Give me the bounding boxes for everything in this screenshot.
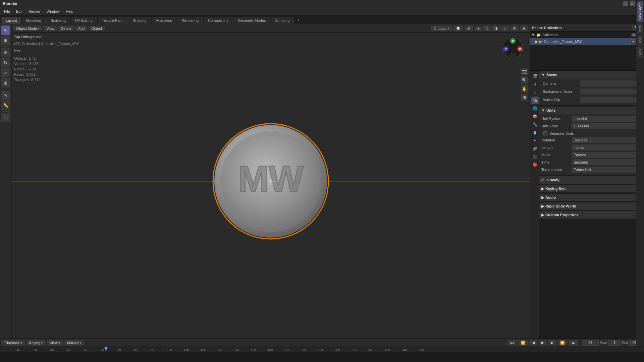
prop-icon-scene[interactable]: 🎭 [531,97,539,104]
tab-geometry-nodes[interactable]: Geometry Nodes [233,17,270,24]
next-keyframe-btn[interactable]: ▶ [548,340,556,346]
prop-icon-view-layer[interactable]: ⬡ [531,88,539,96]
start-frame-field[interactable]: 1 [608,340,621,346]
playhead[interactable] [106,347,106,362]
prop-icon-material[interactable]: 🔴 [531,161,539,168]
timeline-ruler[interactable]: 0 10 20 30 40 50 60 70 80 90 100 110 120… [0,347,644,362]
temperature-value[interactable]: Fahrenheit ▾ [572,167,642,173]
current-frame-field[interactable]: 63 [582,340,599,346]
marker-menu[interactable]: Marker ▾ [64,340,84,346]
gravity-checkbox[interactable] [541,178,545,182]
camera-view-icon[interactable]: 📷 [521,68,528,75]
tool-select[interactable]: ↖ [1,25,10,35]
xray-btn[interactable]: ◈ [520,25,528,31]
rigid-body-world-header[interactable]: ▶ Rigid Body World [539,202,644,210]
time-value[interactable]: Seconds ▾ [572,159,642,165]
prop-icon-world[interactable]: 🌐 [531,105,539,112]
add-menu[interactable]: Add [75,26,88,31]
add-workspace-button[interactable]: + [294,16,303,24]
vl-tab-view-layer[interactable]: View Layer [637,1,643,22]
prop-icon-data[interactable]: ⬛ [531,153,539,160]
pan-icon[interactable]: ✋ [521,85,528,93]
tab-texture-paint[interactable]: Texture Paint [98,17,128,24]
viewport-canvas[interactable]: MW MW [11,24,530,339]
snap-btn[interactable]: 🔲 [453,25,463,31]
select-menu[interactable]: Select [58,26,74,31]
maximize-button[interactable]: □ [630,1,635,6]
outliner-object[interactable]: ▶ ▶ Controller_Topper_MW 👁 📷 [530,38,644,45]
audio-header[interactable]: ▶ Audio [539,194,644,201]
tool-add-cube[interactable]: ⬛ [1,113,10,122]
active-clip-value[interactable] [580,97,634,103]
tool-annotate[interactable]: ✎ [1,90,10,100]
prop-icon-constraints[interactable]: 🔗 [531,145,539,152]
view-menu-timeline[interactable]: View ▾ [47,340,63,346]
playback-menu[interactable]: Playback ▾ [2,340,25,346]
next-frame-btn[interactable]: ⏩ [557,340,568,346]
tab-scripting[interactable]: Scripting [271,17,294,24]
minimize-button[interactable]: — [623,1,628,6]
tab-shading[interactable]: Shading [128,17,151,24]
menu-help[interactable]: Help [63,9,76,14]
prop-icon-physics[interactable]: ✦ [531,137,539,144]
menu-window[interactable]: Window [44,9,62,14]
tab-layout[interactable]: Layout [1,17,21,24]
view-local[interactable]: ⊙ Local ▾ [431,25,451,31]
viewport[interactable]: Object Mode ▾ View Select Add Object ⊙ L… [11,24,530,339]
keying-sets-header[interactable]: ▶ Keying Sets [539,185,644,192]
prop-icon-render[interactable]: 🎬 [531,72,539,80]
rotation-value[interactable]: Degrees ▾ [572,137,642,143]
tool-move[interactable]: ✛ [1,48,10,57]
tab-rendering[interactable]: Rendering [177,17,203,24]
tab-modeling[interactable]: Modeling [22,17,46,24]
vl-tab-item[interactable]: Item [637,23,643,34]
shading-render[interactable]: ○ [501,26,509,31]
camera-value[interactable] [580,80,634,86]
play-btn[interactable]: ▶ [539,340,547,346]
mass-value[interactable]: Pounds ▾ [572,152,642,158]
object-menu[interactable]: Object [89,26,105,31]
proportional-btn[interactable]: ◎ [465,25,473,31]
tool-measure[interactable]: 📏 [1,101,10,110]
vl-tab-view[interactable]: View [637,47,643,58]
jump-start-btn[interactable]: ⏮ [507,340,517,346]
tab-uv-editing[interactable]: UV Editing [71,17,97,24]
separate-units-checkbox[interactable] [543,131,547,135]
unit-system-value[interactable]: Imperial ▾ [572,116,642,122]
tab-compositing[interactable]: Compositing [204,17,233,24]
tab-sculpting[interactable]: Sculpting [46,17,70,24]
tool-scale[interactable]: ⤢ [1,68,10,77]
menu-edit[interactable]: Edit [13,9,25,14]
shading-material[interactable]: ◑ [492,25,500,31]
prop-icon-object[interactable]: 📦 [531,113,539,120]
menu-render[interactable]: Render [26,9,43,14]
shading-solid[interactable]: ● [475,26,482,31]
view-menu[interactable]: View [44,26,57,31]
overlay-btn[interactable]: ⊙ [510,25,519,31]
tool-rotate[interactable]: ↻ [1,58,10,67]
prop-icon-modifiers[interactable]: 🔧 [531,121,539,128]
menu-file[interactable]: File [1,9,13,14]
zoom-in-icon[interactable]: 🔍 [521,76,528,84]
shading-wire[interactable]: ◻ [483,25,491,31]
jump-end-btn[interactable]: ⏭ [569,340,578,346]
bg-scene-value[interactable] [580,88,634,95]
gravity-panel-header[interactable]: Gravity [539,176,644,184]
keying-menu[interactable]: Keying ▾ [26,340,46,346]
units-panel-header[interactable]: ▼ Units [539,107,644,114]
scene-panel-header[interactable]: ▼ Scene [539,71,644,78]
grid-icon[interactable]: ⊞ [521,94,528,101]
vl-tab-tool[interactable]: Tool [637,35,643,45]
tool-cursor[interactable]: ⊕ [1,36,10,45]
custom-properties-header[interactable]: ▶ Custom Properties [539,211,644,219]
length-value[interactable]: Inches ▾ [572,144,642,150]
tab-animation[interactable]: Animation [152,17,177,24]
mode-selector[interactable]: Object Mode ▾ [13,26,42,31]
prev-keyframe-btn[interactable]: ◀ [529,340,537,346]
prop-icon-output[interactable]: 🖥 [531,80,539,88]
outliner-collection[interactable]: ▼ 📁 Collection 👁 📷 [530,32,644,38]
prev-frame-btn[interactable]: ⏪ [518,340,528,346]
unit-scale-value[interactable]: 1.000000 [572,123,642,129]
tool-transform[interactable]: ⊞ [1,78,10,87]
prop-icon-particles[interactable]: 💧 [531,129,539,136]
